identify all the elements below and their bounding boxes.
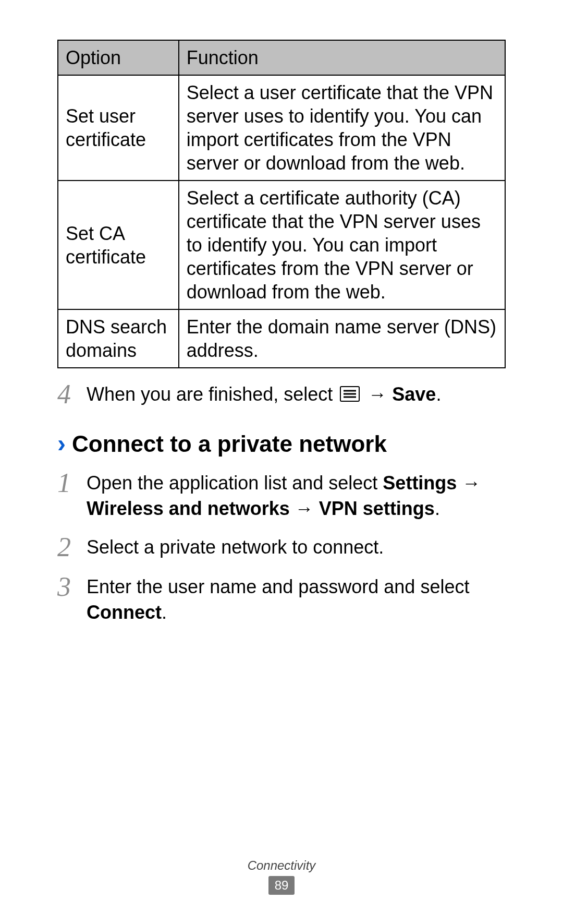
cell-option: Set CA certificate: [58, 181, 179, 309]
step-post: .: [162, 602, 167, 623]
page-number-badge: 89: [268, 876, 295, 895]
options-table: Option Function Set user certificate Sel…: [57, 40, 506, 368]
page: Option Function Set user certificate Sel…: [0, 0, 563, 924]
step-body: Select a private network to connect.: [87, 535, 506, 560]
step-text: Select a private network to connect.: [87, 536, 384, 558]
step-3: 3 Enter the user name and password and s…: [57, 574, 506, 625]
step-number: 2: [57, 534, 87, 561]
arrow-icon: →: [290, 498, 319, 519]
save-label: Save: [392, 383, 436, 405]
step-body: Open the application list and select Set…: [87, 471, 506, 521]
step-text: Open the application list and select: [87, 472, 383, 494]
header-function: Function: [179, 40, 505, 75]
section-title: Connect to a private network: [72, 431, 387, 457]
bold-text: Connect: [87, 602, 162, 623]
table-header-row: Option Function: [58, 40, 505, 75]
cell-function: Enter the domain name server (DNS) addre…: [179, 309, 505, 368]
section-heading: › Connect to a private network: [57, 431, 506, 457]
header-option: Option: [58, 40, 179, 75]
step-2: 2 Select a private network to connect.: [57, 535, 506, 561]
step-text: When you are finished, select: [87, 383, 338, 405]
step-body: When you are finished, select → Save.: [87, 382, 506, 407]
step-text: Enter the user name and password and sel…: [87, 576, 469, 597]
step-post: .: [436, 383, 441, 405]
cell-option: DNS search domains: [58, 309, 179, 368]
step-body: Enter the user name and password and sel…: [87, 574, 506, 625]
arrow-icon: →: [368, 383, 392, 405]
bold-text: Settings: [383, 472, 457, 494]
table-row: Set user certificate Select a user certi…: [58, 75, 505, 181]
menu-icon: [340, 386, 360, 402]
footer-section-label: Connectivity: [0, 858, 563, 873]
arrow-icon: →: [457, 472, 481, 494]
table-row: DNS search domains Enter the domain name…: [58, 309, 505, 368]
step-1: 1 Open the application list and select S…: [57, 471, 506, 521]
bold-text: VPN settings: [319, 498, 435, 519]
cell-function: Select a user certificate that the VPN s…: [179, 75, 505, 181]
step-4: 4 When you are finished, select → Save.: [57, 382, 506, 408]
step-number: 3: [57, 573, 87, 601]
cell-function: Select a certificate authority (CA) cert…: [179, 181, 505, 309]
cell-option: Set user certificate: [58, 75, 179, 181]
chevron-right-icon: ›: [57, 431, 66, 456]
page-footer: Connectivity 89: [0, 858, 563, 895]
step-number: 1: [57, 470, 87, 497]
step-post: .: [435, 498, 440, 519]
table-row: Set CA certificate Select a certificate …: [58, 181, 505, 309]
step-number: 4: [57, 381, 87, 408]
bold-text: Wireless and networks: [87, 498, 290, 519]
